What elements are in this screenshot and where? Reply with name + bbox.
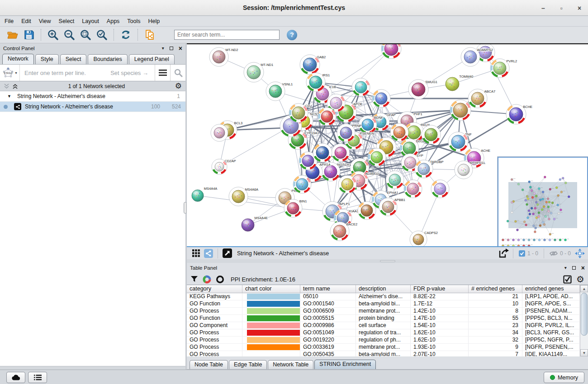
tab-network[interactable]: Network [2, 54, 34, 64]
protein-node[interactable] [293, 175, 311, 193]
network-collection-row[interactable]: ▼ String Network - Alzheimer's disease 1 [0, 91, 185, 102]
table-row[interactable]: GO FunctionGO:0005515protein binding1.47… [187, 315, 588, 322]
protein-node[interactable]: TOMM40 [446, 75, 473, 91]
menu-apps[interactable]: Apps [107, 18, 120, 24]
protein-node[interactable] [313, 143, 332, 162]
filter-icon[interactable] [190, 276, 198, 283]
menu-file[interactable]: File [5, 18, 14, 24]
maximize-button[interactable]: ▫ [557, 5, 565, 12]
protein-node[interactable]: BIN1 [284, 199, 307, 217]
protein-node[interactable] [332, 144, 350, 162]
hidden-eye-icon[interactable] [550, 250, 558, 257]
table-panel-float-icon[interactable] [572, 266, 576, 270]
protein-node[interactable]: BCHE [506, 104, 532, 124]
tab-network-table[interactable]: Network Table [268, 360, 313, 369]
tab-edge-table[interactable]: Edge Table [229, 360, 267, 369]
protein-node[interactable]: PVRL2 [490, 59, 517, 78]
birds-eye-view[interactable] [498, 157, 588, 246]
protein-node[interactable]: CD2AP [212, 159, 236, 175]
network-canvas[interactable]: MT-ND2MT-ND1VSNL1GAB2ADAMTS2PVRL2TOMM40S… [187, 43, 588, 246]
protein-node[interactable]: VSNL1 [266, 82, 293, 101]
protein-node[interactable] [422, 125, 441, 144]
panel-menu-icon[interactable]: ▾ [162, 46, 164, 51]
menu-tools[interactable]: Tools [127, 18, 140, 24]
collection-expand-icon[interactable]: ▼ [7, 94, 14, 98]
panel-float-icon[interactable] [170, 47, 173, 50]
protein-node[interactable]: BACE2 [330, 222, 357, 241]
table-row[interactable]: KEGG Pathways05010Alzheimer's dise...8.8… [187, 293, 588, 300]
share-network-icon[interactable] [202, 248, 215, 259]
open-session-button[interactable] [6, 28, 19, 41]
table-row[interactable]: GO ComponentGO:0009986cell surface1.54E-… [187, 322, 588, 329]
save-session-button[interactable] [22, 28, 36, 41]
protein-node[interactable] [390, 123, 408, 141]
table-row[interactable]: GO FunctionGO:0001540beta-amyloid bi...1… [187, 300, 588, 308]
string-protein-dropdown[interactable]: STRING ▾ [0, 65, 20, 81]
table-row[interactable]: GO ProcessGO:0050435beta-amyloid m...2.0… [187, 351, 588, 356]
zoom-out-icon[interactable] [62, 28, 76, 41]
task-history-button[interactable] [28, 372, 47, 383]
enrichment-settings-gear-icon[interactable]: ⚙ [576, 276, 584, 283]
settings-checkbox-icon[interactable] [563, 275, 572, 284]
column-header-enriched-genes[interactable]: enriched genes [522, 285, 580, 293]
protein-node[interactable] [211, 124, 228, 141]
tab-boundaries[interactable]: Boundaries [88, 54, 127, 64]
menu-layout[interactable]: Layout [82, 18, 99, 24]
menu-select[interactable]: Select [59, 18, 75, 24]
search-input[interactable] [174, 30, 280, 40]
donut-chart-icon[interactable] [203, 275, 211, 284]
tab-node-table[interactable]: Node Table [190, 360, 228, 369]
column-header-FDR-p-value[interactable]: FDR p-value [411, 285, 469, 293]
set-species-label[interactable]: Set species → [110, 70, 155, 76]
tab-string-enrichment[interactable]: STRING Enrichment [314, 360, 376, 369]
string-query-input[interactable]: Enter one term per line. [20, 70, 110, 76]
selected-checkbox-icon[interactable] [519, 250, 525, 257]
grid-view-icon[interactable] [190, 248, 202, 259]
table-row[interactable]: GO ProcessGO:0006509membrane prot...1.42… [187, 308, 588, 315]
protein-node[interactable] [338, 175, 356, 193]
protein-node[interactable] [386, 171, 404, 189]
tab-select[interactable]: Select [60, 54, 87, 64]
protein-node[interactable] [381, 44, 401, 59]
panel-close-icon[interactable]: × [179, 46, 182, 51]
cloud-tasks-button[interactable] [6, 372, 25, 383]
expand-all-icon[interactable] [12, 84, 18, 89]
popout-view-icon[interactable] [221, 248, 233, 259]
horizontal-splitter[interactable] [187, 259, 588, 263]
export-network-icon[interactable] [498, 248, 510, 259]
protein-node[interactable] [404, 180, 422, 198]
protein-node[interactable] [372, 89, 390, 108]
zoom-in-icon[interactable] [46, 28, 60, 41]
protein-node[interactable] [318, 108, 336, 126]
scrollbar-thumb[interactable] [581, 293, 588, 336]
protein-node[interactable]: MS4A4A [192, 187, 217, 201]
table-panel-menu-icon[interactable]: ▾ [564, 265, 567, 270]
column-header-description[interactable]: description [356, 285, 411, 293]
protein-node[interactable]: CADPS2 [410, 231, 438, 246]
navigate-compass-icon[interactable] [574, 248, 586, 259]
column-header-category[interactable]: category [187, 285, 242, 293]
collapse-all-icon[interactable] [4, 84, 9, 89]
protein-node[interactable]: APBB1 [379, 198, 405, 216]
network-row[interactable]: String Network - Alzheimer's disease 100… [0, 102, 185, 112]
menu-view[interactable]: View [39, 18, 51, 24]
protein-node[interactable]: GAB2 [300, 55, 326, 75]
tab-legend-panel[interactable]: Legend Panel [129, 54, 175, 64]
help-button[interactable]: ? [287, 30, 297, 40]
string-options-menu-icon[interactable] [155, 65, 170, 81]
column-header-chart-color[interactable]: chart color [242, 285, 300, 293]
table-row[interactable]: GO ProcessGO:0019220regulation of ph...1… [187, 337, 588, 344]
protein-node[interactable] [368, 148, 386, 166]
protein-node[interactable] [352, 78, 370, 96]
column-header-term-name[interactable]: term name [300, 285, 356, 293]
table-scrollbar[interactable]: ▲ ▼ [580, 285, 588, 356]
scroll-up-icon[interactable]: ▲ [580, 285, 588, 292]
protein-node[interactable]: TARDBP [415, 160, 444, 178]
tab-style[interactable]: Style [35, 54, 59, 64]
zoom-fit-icon[interactable] [79, 28, 92, 41]
string-search-icon[interactable] [170, 65, 185, 81]
memory-button[interactable]: Memory [544, 372, 584, 383]
table-panel-close-icon[interactable]: × [581, 266, 585, 270]
menu-help[interactable]: Help [148, 18, 160, 24]
panel-splitter-handle[interactable] [184, 202, 187, 214]
